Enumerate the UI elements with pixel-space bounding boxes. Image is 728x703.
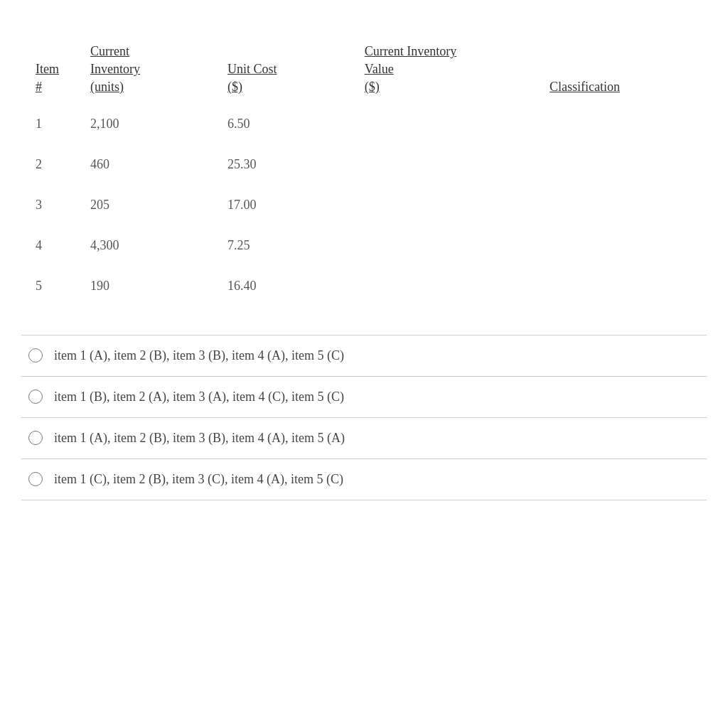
cell-unitcost-3: 17.00	[213, 185, 350, 225]
table-row: 2 460 25.30	[21, 144, 707, 185]
cell-item-2: 2	[21, 144, 76, 185]
inventory-table: Item # Current Inventory (units) Unit Co…	[21, 36, 707, 306]
cell-classification-4	[535, 225, 707, 266]
option-label-2: item 1 (B), item 2 (A), item 3 (A), item…	[54, 390, 344, 404]
option-label-4: item 1 (C), item 2 (B), item 3 (C), item…	[54, 472, 343, 487]
table-row: 1 2,100 6.50	[21, 104, 707, 144]
cell-inventory-3: 205	[76, 185, 213, 225]
option-row-1[interactable]: item 1 (A), item 2 (B), item 3 (B), item…	[21, 336, 707, 377]
answer-options: item 1 (A), item 2 (B), item 3 (B), item…	[21, 335, 707, 500]
header-value: Current Inventory Value ($)	[350, 36, 535, 104]
radio-option-3[interactable]	[28, 431, 43, 445]
header-item: Item #	[21, 36, 76, 104]
cell-item-5: 5	[21, 266, 76, 306]
option-row-3[interactable]: item 1 (A), item 2 (B), item 3 (B), item…	[21, 418, 707, 459]
cell-item-1: 1	[21, 104, 76, 144]
radio-option-2[interactable]	[28, 390, 43, 404]
cell-inventory-5: 190	[76, 266, 213, 306]
cell-value-5	[350, 266, 535, 306]
header-classification: Classification	[535, 36, 707, 104]
cell-unitcost-1: 6.50	[213, 104, 350, 144]
table-row: 3 205 17.00	[21, 185, 707, 225]
header-inventory: Current Inventory (units)	[76, 36, 213, 104]
option-row-2[interactable]: item 1 (B), item 2 (A), item 3 (A), item…	[21, 377, 707, 418]
main-container: Item # Current Inventory (units) Unit Co…	[14, 21, 714, 515]
cell-value-4	[350, 225, 535, 266]
cell-unitcost-5: 16.40	[213, 266, 350, 306]
cell-classification-1	[535, 104, 707, 144]
option-label-3: item 1 (A), item 2 (B), item 3 (B), item…	[54, 431, 345, 446]
table-row: 5 190 16.40	[21, 266, 707, 306]
cell-value-1	[350, 104, 535, 144]
radio-option-4[interactable]	[28, 472, 43, 486]
cell-classification-2	[535, 144, 707, 185]
cell-value-2	[350, 144, 535, 185]
option-row-4[interactable]: item 1 (C), item 2 (B), item 3 (C), item…	[21, 459, 707, 500]
table-row: 4 4,300 7.25	[21, 225, 707, 266]
cell-classification-5	[535, 266, 707, 306]
cell-inventory-2: 460	[76, 144, 213, 185]
cell-inventory-4: 4,300	[76, 225, 213, 266]
header-unit-cost: Unit Cost ($)	[213, 36, 350, 104]
cell-value-3	[350, 185, 535, 225]
cell-item-3: 3	[21, 185, 76, 225]
radio-option-1[interactable]	[28, 348, 43, 363]
cell-classification-3	[535, 185, 707, 225]
cell-item-4: 4	[21, 225, 76, 266]
option-label-1: item 1 (A), item 2 (B), item 3 (B), item…	[54, 348, 344, 363]
cell-unitcost-4: 7.25	[213, 225, 350, 266]
cell-inventory-1: 2,100	[76, 104, 213, 144]
cell-unitcost-2: 25.30	[213, 144, 350, 185]
